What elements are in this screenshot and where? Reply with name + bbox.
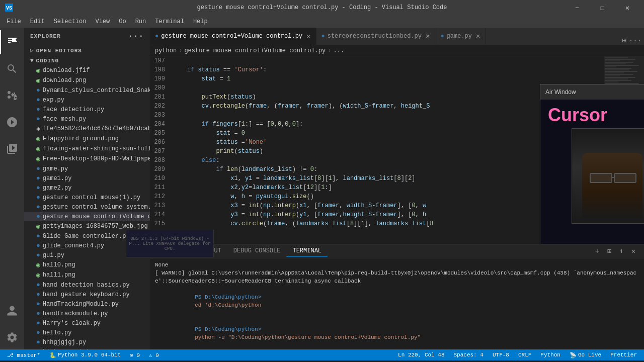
sidebar-more-icon[interactable]: ··· xyxy=(128,32,144,41)
file-icon: ● xyxy=(36,86,40,94)
activity-account[interactable] xyxy=(0,299,24,323)
breadcrumb-python[interactable]: python xyxy=(155,47,177,54)
split-editor-button[interactable]: ⊞ xyxy=(622,36,626,45)
tab-0[interactable]: ● gesture mouse control+Volume control.p… xyxy=(150,28,316,45)
file-item-27[interactable]: ●hello.py xyxy=(24,328,150,337)
menu-go[interactable]: Go xyxy=(115,17,130,26)
code-line-206: 206 status ='None' xyxy=(150,138,604,147)
breadcrumb-context[interactable]: ... xyxy=(333,47,344,54)
activity-debug[interactable] xyxy=(0,110,24,134)
encoding[interactable]: UTF-8 xyxy=(491,352,511,358)
file-item-25[interactable]: ●handtrackmodule.py xyxy=(24,309,150,318)
breadcrumb-file[interactable]: gesture mouse control+Volume control.py xyxy=(184,47,326,54)
file-item-2[interactable]: ●Dynamic_stylus_controlled_Snake_g... xyxy=(24,85,150,95)
open-editors-section[interactable]: ▷ OPEN EDITORS xyxy=(24,45,150,55)
file-item-0[interactable]: ◉download.jfif xyxy=(24,65,150,75)
file-item-6[interactable]: ◈ffe459582c3e4dc676d73e4b07dcab... xyxy=(24,124,150,134)
file-item-3[interactable]: ●exp.py xyxy=(24,95,150,105)
panel-tab-debug[interactable]: DEBUG CONSOLE xyxy=(227,245,287,257)
file-item-9[interactable]: ◉Free-Desktop-1080p-HD-Wallpape... xyxy=(24,154,150,164)
air-window: Air Window – ☐ ✕ Cursor xyxy=(540,84,644,244)
tab-1[interactable]: ● stereoreconstructionbed.py ✕ xyxy=(316,28,436,45)
file-item-1[interactable]: ◉download.png xyxy=(24,75,150,85)
window-title: gesture mouse control+Volume control.py … xyxy=(197,4,447,11)
code-line-204: 204 if fingers[1:] == [0,0,0,0]: xyxy=(150,120,604,129)
terminal-line-1: [ WARN:0] global C:\Users\runneradmin\Ap… xyxy=(155,269,639,285)
file-item-8[interactable]: ◉flowing-water-shining-sun-full-HD-... xyxy=(24,144,150,154)
code-line-199: 199 stat = 1 xyxy=(150,74,604,83)
panel-tab-terminal[interactable]: TERMINAL xyxy=(286,245,328,257)
statusbar-left: ⎇ master* 🐍 Python 3.9.0 64-bit ⊗ 0 ⚠ 0 xyxy=(5,352,161,358)
menu-file[interactable]: File xyxy=(3,17,25,26)
sidebar: EXPLORER ··· ▷ OPEN EDITORS ▼ CODING ◉do… xyxy=(24,28,150,349)
activity-search[interactable] xyxy=(0,57,24,81)
terminal-content[interactable]: None [ WARN:0] global C:\Users\runneradm… xyxy=(150,258,644,349)
file-item-13[interactable]: ●gesture control mouse(1).py xyxy=(24,193,150,202)
file-item-20[interactable]: ◉hall0.png xyxy=(24,260,150,270)
file-item-29[interactable]: ◈highscore.txt xyxy=(24,347,150,349)
menu-view[interactable]: View xyxy=(91,17,114,26)
menubar: File Edit Selection View Go Run Terminal… xyxy=(0,15,644,28)
minimize-button[interactable]: – xyxy=(566,0,589,15)
add-terminal-button[interactable]: + xyxy=(592,246,603,257)
close-button[interactable]: ✕ xyxy=(616,0,639,15)
maximize-panel-button[interactable]: ⬆ xyxy=(616,246,627,257)
line-ending[interactable]: CRLF xyxy=(516,352,533,358)
error-count[interactable]: ⊗ 0 xyxy=(128,352,142,358)
code-editor[interactable]: 197 198 if status == 'Cursor': 199 stat … xyxy=(150,56,604,244)
file-item-22[interactable]: ●hand detection basics.py xyxy=(24,280,150,290)
titlebar-left: VS xyxy=(5,4,13,12)
more-actions-button[interactable]: ··· xyxy=(629,37,641,45)
menu-run[interactable]: Run xyxy=(131,17,150,26)
file-item-26[interactable]: ●Harry's cloak.py xyxy=(24,318,150,328)
tab-close-1[interactable]: ✕ xyxy=(426,32,430,40)
file-item-10[interactable]: ●game.py xyxy=(24,164,150,173)
open-editors-label: OPEN EDITORS xyxy=(36,48,82,54)
tab-bar: ● gesture mouse control+Volume control.p… xyxy=(150,28,644,45)
air-window-titlebar[interactable]: Air Window – ☐ ✕ xyxy=(540,84,644,100)
split-terminal-button[interactable]: ⊞ xyxy=(604,246,615,257)
file-item-21[interactable]: ◉hall1.png xyxy=(24,270,150,280)
warning-count[interactable]: ⚠ 0 xyxy=(147,352,161,358)
file-item-5[interactable]: ●face mesh.py xyxy=(24,114,150,124)
prettier-button[interactable]: Prettier xyxy=(608,352,639,358)
git-branch[interactable]: ⎇ master* xyxy=(5,352,42,358)
spaces[interactable]: Spaces: 4 xyxy=(452,352,486,358)
file-item-4[interactable]: ●face detection.py xyxy=(24,105,150,114)
file-item-15[interactable]: ●gesture mouse control+Volume co... xyxy=(24,212,150,221)
file-item-14[interactable]: ●gesture control volume system.py xyxy=(24,202,150,212)
activity-git[interactable] xyxy=(0,83,24,108)
file-item-12[interactable]: ●game2.py xyxy=(24,183,150,193)
tab-close-2[interactable]: ✕ xyxy=(476,32,480,40)
activity-extensions[interactable] xyxy=(0,137,24,161)
maximize-button[interactable]: ☐ xyxy=(591,0,614,15)
code-line-198: 198 if status == 'Cursor': xyxy=(150,65,604,74)
tab-icon-1: ● xyxy=(321,33,325,40)
file-item-23[interactable]: ●hand gesture keyboard.py xyxy=(24,290,150,299)
menu-selection[interactable]: Selection xyxy=(50,17,91,26)
tab-label-1: stereoreconstructionbed.py xyxy=(328,33,422,40)
activity-explorer[interactable] xyxy=(0,30,24,54)
language-mode[interactable]: Python xyxy=(538,352,562,358)
file-item-7[interactable]: ◉Flappybird ground.png xyxy=(24,134,150,144)
coding-section[interactable]: ▼ CODING xyxy=(24,55,150,65)
activity-settings[interactable] xyxy=(0,325,24,349)
file-item-24[interactable]: ●HandTrackingModule.py xyxy=(24,299,150,309)
code-line-214: 214 y3 = int(np.interp(y1, [framer,heigh… xyxy=(150,210,604,219)
menu-terminal[interactable]: Terminal xyxy=(151,17,188,26)
go-live-button[interactable]: 📡 Go Live xyxy=(568,352,603,358)
file-item-11[interactable]: ●game1.py xyxy=(24,173,150,183)
python-version[interactable]: 🐍 Python 3.9.0 64-bit xyxy=(47,352,123,358)
tab-2[interactable]: ● game.py ✕ xyxy=(435,28,486,45)
file-icon: ◉ xyxy=(36,222,40,230)
cursor-position[interactable]: Ln 220, Col 48 xyxy=(396,352,446,358)
statusbar: ⎇ master* 🐍 Python 3.9.0 64-bit ⊗ 0 ⚠ 0 … xyxy=(0,349,644,360)
tab-close-0[interactable]: ✕ xyxy=(306,32,310,41)
menu-help[interactable]: Help xyxy=(189,17,212,26)
broadcast-icon: 📡 xyxy=(570,352,577,358)
file-item-28[interactable]: ●hhhgjgjgj.py xyxy=(24,337,150,347)
close-panel-button[interactable]: ✕ xyxy=(628,246,639,257)
menu-edit[interactable]: Edit xyxy=(26,17,49,26)
file-icon: ● xyxy=(36,203,40,211)
file-icon: ● xyxy=(36,232,40,240)
